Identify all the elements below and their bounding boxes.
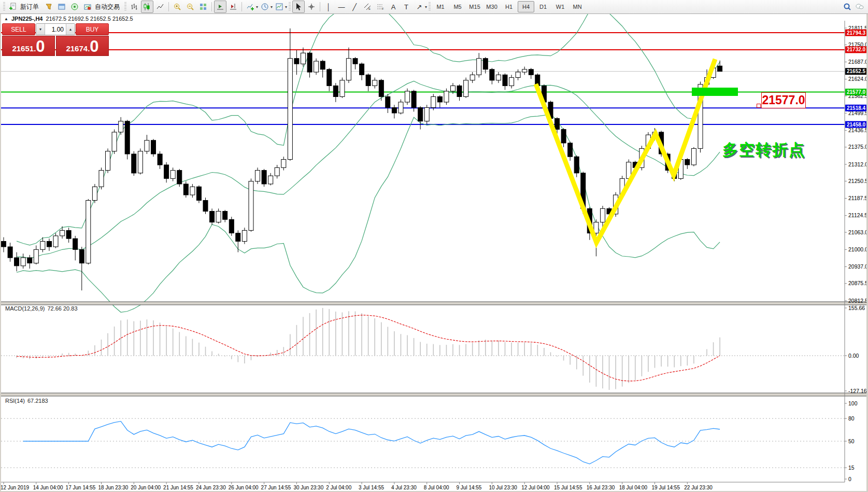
svg-text:155.66: 155.66 [848, 305, 865, 311]
volume-input[interactable] [45, 24, 66, 35]
timeframe-m5-button[interactable]: M5 [449, 1, 466, 12]
svg-text:10 Jul 23:30: 10 Jul 23:30 [489, 485, 517, 490]
svg-text:15 Jul 14:55: 15 Jul 14:55 [554, 485, 582, 490]
price-callout-box[interactable]: 21577.0 [761, 92, 806, 108]
signals-icon[interactable] [68, 1, 81, 13]
periods-caret[interactable]: ▾ [271, 5, 273, 9]
indicators-caret[interactable]: ▾ [256, 5, 258, 9]
templates-icon[interactable] [273, 1, 286, 13]
svg-text:26 Jun 04:00: 26 Jun 04:00 [229, 485, 259, 490]
toolbar-grip[interactable] [124, 2, 126, 11]
svg-text:21732.0: 21732.0 [847, 47, 866, 52]
bar-chart-icon[interactable] [128, 1, 140, 13]
horizontal-line-tool-icon[interactable]: — [335, 1, 348, 13]
history-center-icon[interactable] [42, 1, 55, 13]
arrows-caret[interactable]: ▾ [425, 5, 427, 9]
svg-text:18 Jun 23:30: 18 Jun 23:30 [98, 485, 129, 490]
one-click-trading-panel: SELL ▾ ▴ BUY 21651.0 21674.0 [2, 23, 109, 56]
svg-text:F: F [382, 7, 384, 10]
toolbar-grip[interactable] [429, 2, 431, 11]
indicators-icon[interactable] [244, 1, 257, 13]
buy-price-box[interactable]: 21674.0 [56, 36, 109, 56]
candlestick-chart-icon[interactable] [141, 1, 153, 13]
trendline-tool-icon[interactable]: ╱ [348, 1, 361, 13]
rsi-header: RSI(14) 67.2183 [5, 398, 48, 404]
macd-header: MACD(12,26,9) 72.66 20.83 [5, 305, 78, 312]
rsi-value: 67.2183 [27, 398, 48, 404]
sell-price-box[interactable]: 21651.0 [2, 36, 55, 56]
text-tool-icon[interactable]: A [387, 1, 400, 13]
svg-text:100: 100 [848, 400, 858, 406]
timeframe-mn-button[interactable]: MN [569, 1, 586, 12]
tile-windows-icon[interactable] [197, 1, 209, 13]
ohlc-values: 21672.5 21692.5 21652.5 21652.5 [46, 16, 133, 22]
svg-text:21624.0: 21624.0 [848, 76, 866, 82]
search-icon[interactable] [841, 1, 853, 13]
timeframe-m15-button[interactable]: M15 [466, 1, 483, 12]
zoom-in-icon[interactable] [171, 1, 183, 13]
timeframe-h1-button[interactable]: H1 [501, 1, 517, 12]
svg-text:21250.5: 21250.5 [848, 178, 866, 184]
svg-text:21187.5: 21187.5 [848, 195, 866, 201]
fibonacci-tool-icon[interactable]: F [374, 1, 387, 13]
sell-price-pip: 0 [36, 39, 45, 54]
cursor-icon[interactable] [292, 1, 305, 13]
zoom-out-icon[interactable] [184, 1, 196, 13]
svg-text:16 Jul 23:30: 16 Jul 23:30 [587, 485, 615, 490]
auto-trading-icon[interactable] [81, 1, 94, 13]
sell-button[interactable]: SELL [2, 23, 35, 35]
svg-text:21124.5: 21124.5 [848, 212, 866, 218]
svg-text:21652.5: 21652.5 [847, 68, 866, 74]
svg-text:21794.3: 21794.3 [847, 30, 866, 36]
svg-text:21436.5: 21436.5 [848, 127, 866, 133]
svg-text:21063.0: 21063.0 [848, 229, 866, 235]
top-toolbar: 新订单 自动交易 ▾ ▾ ▾ [0, 0, 868, 14]
buy-button[interactable]: BUY [76, 23, 109, 35]
svg-text:0: 0 [848, 476, 851, 482]
timeframe-m1-button[interactable]: M1 [432, 1, 449, 12]
new-order-label[interactable]: 新订单 [20, 3, 39, 11]
toolbar-grip[interactable] [289, 2, 291, 11]
svg-text:E: E [368, 7, 371, 10]
chart-shift-icon[interactable] [227, 1, 239, 13]
auto-scroll-icon[interactable] [214, 1, 226, 13]
toolbar-grip[interactable] [3, 2, 5, 11]
svg-text:19 Jul 14:55: 19 Jul 14:55 [652, 485, 680, 490]
macd-values: 72.66 20.83 [47, 305, 77, 312]
timeframe-h4-button[interactable]: H4 [518, 1, 534, 12]
svg-text:3 Jul 14:55: 3 Jul 14:55 [359, 485, 384, 490]
text-label-tool-icon[interactable]: T [400, 1, 412, 13]
equidistant-channel-tool-icon[interactable]: E [361, 1, 374, 13]
auto-trading-label[interactable]: 自动交易 [95, 3, 120, 11]
svg-text:12 Jun 2019: 12 Jun 2019 [1, 485, 29, 490]
svg-text:12 Jul 04:00: 12 Jul 04:00 [521, 485, 550, 490]
svg-text:50: 50 [848, 438, 855, 444]
symbol-period-label: JPN225-,H4 [11, 16, 43, 22]
svg-text:21577.0: 21577.0 [847, 89, 866, 95]
market-watch-icon[interactable] [55, 1, 68, 13]
periods-icon[interactable] [259, 1, 271, 13]
svg-text:9 Jul 14:55: 9 Jul 14:55 [457, 485, 482, 490]
chart-canvas[interactable]: 21811.521750.021687.021624.021562.521499… [1, 14, 866, 491]
templates-caret[interactable]: ▾ [285, 5, 287, 9]
volume-down-button[interactable]: ▾ [36, 24, 45, 35]
timeframe-d1-button[interactable]: D1 [535, 1, 551, 12]
chart-title: ▲ JPN225-,H4 21672.5 21692.5 21652.5 216… [4, 16, 133, 22]
svg-text:18 Jul 04:00: 18 Jul 04:00 [619, 485, 648, 490]
arrows-tool-icon[interactable]: ↗ [413, 1, 425, 13]
new-order-icon[interactable] [7, 1, 19, 13]
timeframe-m30-button[interactable]: M30 [483, 1, 500, 12]
svg-text:27 Jun 14:55: 27 Jun 14:55 [261, 485, 291, 490]
svg-text:80: 80 [848, 415, 855, 421]
chat-icon[interactable] [853, 1, 866, 13]
volume-up-button[interactable]: ▴ [66, 24, 75, 35]
pivot-annotation[interactable]: 多空转折点 [722, 139, 805, 161]
line-chart-icon[interactable] [154, 1, 166, 13]
timeframe-w1-button[interactable]: W1 [552, 1, 568, 12]
svg-text:21687.0: 21687.0 [848, 59, 866, 65]
svg-text:14 Jun 04:00: 14 Jun 04:00 [33, 485, 63, 490]
crosshair-icon[interactable] [305, 1, 318, 13]
svg-text:15: 15 [848, 465, 855, 471]
collapse-icon[interactable]: ▲ [4, 17, 8, 21]
vertical-line-tool-icon[interactable]: │ [322, 1, 335, 13]
